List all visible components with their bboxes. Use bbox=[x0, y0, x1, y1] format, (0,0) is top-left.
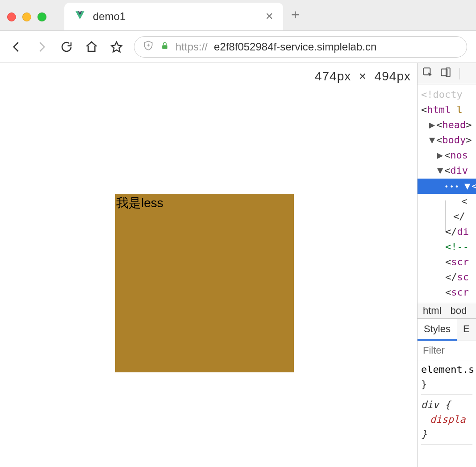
dom-script-close[interactable]: </sc bbox=[421, 270, 476, 285]
device-toolbar-icon[interactable] bbox=[440, 67, 451, 80]
breadcrumb-html[interactable]: html bbox=[423, 305, 442, 317]
dom-close-div[interactable]: </di bbox=[421, 224, 476, 239]
content-area: 474px × 494px 我是less <!docty <html l ▶<h… bbox=[0, 63, 476, 467]
window-maximize-button[interactable] bbox=[38, 13, 46, 21]
dom-script1[interactable]: <scr bbox=[421, 254, 476, 270]
viewport-dimensions-label: 474px × 494px bbox=[315, 69, 411, 83]
dom-html[interactable]: <html l bbox=[421, 102, 476, 117]
browser-tab-strip: demo1 ✕ + bbox=[0, 0, 476, 31]
viewport-width: 474px bbox=[315, 69, 351, 83]
new-tab-button[interactable]: + bbox=[291, 7, 300, 23]
reload-button[interactable] bbox=[59, 39, 74, 54]
dom-selected-node[interactable]: •••▼<d bbox=[418, 179, 476, 194]
display-property: displa bbox=[430, 412, 472, 427]
bookmark-star-button[interactable] bbox=[109, 39, 124, 54]
brace-close-2: } bbox=[421, 427, 472, 442]
dom-div[interactable]: ▼<div bbox=[421, 163, 476, 178]
viewport-height: 494px bbox=[375, 69, 411, 83]
svg-marker-0 bbox=[112, 42, 122, 52]
devtools-header bbox=[418, 63, 476, 84]
styles-tab-bar: Styles E bbox=[418, 319, 476, 341]
dom-breadcrumb[interactable]: html bod bbox=[418, 303, 476, 319]
dom-head[interactable]: ▶<head> bbox=[421, 117, 476, 133]
tracking-shield-icon[interactable] bbox=[142, 40, 154, 54]
window-close-button[interactable] bbox=[7, 13, 16, 21]
tab-other[interactable]: E bbox=[457, 319, 476, 341]
back-button[interactable] bbox=[9, 39, 24, 54]
dom-script2[interactable]: <scr bbox=[421, 285, 476, 300]
dom-comment[interactable]: <!-- bbox=[421, 239, 476, 254]
svg-rect-3 bbox=[162, 45, 167, 49]
vue-favicon-icon bbox=[74, 10, 86, 23]
demo-less-box: 我是less bbox=[115, 194, 294, 372]
devtools-panel[interactable]: <!docty <html l ▶<head> ▼<body> ▶<nos ▼<… bbox=[417, 63, 476, 467]
div-selector: div { bbox=[421, 397, 472, 412]
forward-button[interactable] bbox=[34, 39, 49, 54]
tab-close-button[interactable]: ✕ bbox=[265, 11, 273, 22]
dom-noscript[interactable]: ▶<nos bbox=[421, 148, 476, 163]
dom-close-inner[interactable]: </ bbox=[421, 209, 476, 224]
page-viewport[interactable]: 474px × 494px 我是less bbox=[0, 63, 417, 467]
styles-filter-input[interactable] bbox=[418, 341, 476, 360]
element-style-selector: element.s bbox=[421, 362, 472, 377]
times-symbol: × bbox=[359, 69, 367, 83]
url-protocol: https:// bbox=[175, 41, 208, 53]
tab-title: demo1 bbox=[93, 10, 258, 23]
breadcrumb-body[interactable]: bod bbox=[451, 305, 467, 317]
styles-filter bbox=[418, 341, 476, 360]
address-bar[interactable]: https://e2f8f052984f-service.simplelab.c… bbox=[134, 36, 467, 58]
header-divider bbox=[459, 68, 460, 79]
tab-styles[interactable]: Styles bbox=[418, 319, 457, 341]
dom-body[interactable]: ▼<body> bbox=[421, 133, 476, 148]
lock-icon[interactable] bbox=[160, 40, 169, 54]
div-rule-block[interactable]: div { displa } bbox=[421, 397, 472, 445]
brace-close-1: } bbox=[421, 377, 472, 392]
window-minimize-button[interactable] bbox=[22, 13, 31, 21]
url-host: e2f8f052984f-service.simplelab.cn bbox=[214, 41, 376, 53]
browser-tab[interactable]: demo1 ✕ bbox=[64, 3, 283, 30]
browser-toolbar: https://e2f8f052984f-service.simplelab.c… bbox=[0, 31, 476, 63]
css-rules-panel[interactable]: element.s } div { displa } bbox=[418, 360, 476, 449]
dom-child[interactable]: < bbox=[421, 194, 476, 209]
dom-doctype[interactable]: <!docty bbox=[421, 87, 476, 102]
inspect-element-icon[interactable] bbox=[422, 67, 434, 80]
demo-box-text: 我是less bbox=[116, 196, 163, 210]
home-button[interactable] bbox=[84, 39, 99, 54]
tree-guide-line bbox=[445, 200, 446, 232]
window-controls bbox=[7, 13, 46, 21]
element-style-block[interactable]: element.s } bbox=[421, 362, 472, 395]
dom-tree[interactable]: <!docty <html l ▶<head> ▼<body> ▶<nos ▼<… bbox=[418, 84, 476, 303]
